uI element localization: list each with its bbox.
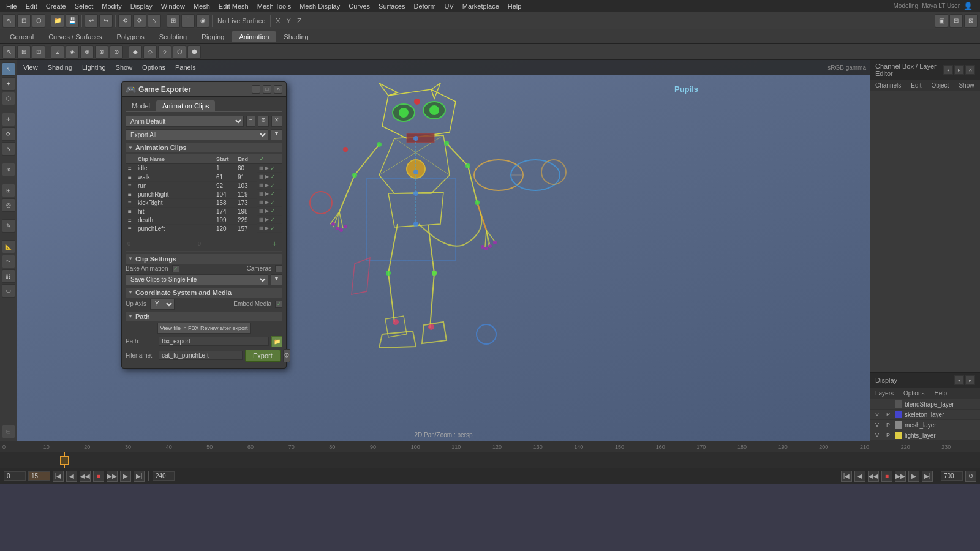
layer-vis-lights_layer[interactable]: V [873,432,881,438]
clip-enabled[interactable]: ✓ [270,182,275,189]
ge-preset-opts[interactable]: ⚙ [258,116,269,127]
display-btn-2[interactable]: ▸ [965,375,975,385]
sculpt-btn[interactable]: ✦ [2,77,15,91]
menu-modify[interactable]: Modify [98,1,125,11]
tab-sculpting[interactable]: Sculpting [152,31,194,42]
ge-close-btn[interactable]: ✕ [274,85,282,94]
clip-play-btn[interactable]: ▶ [265,208,269,214]
vp-options-menu[interactable]: Options [140,62,168,72]
clip-row-kickRight[interactable]: ≡ kickRight 158 173 ▦ ▶ ✓ [126,198,282,207]
rp-collapse-btn[interactable]: ◂ [943,65,953,75]
view-btn3[interactable]: ⊠ [964,14,978,28]
menu-deform[interactable]: Deform [410,1,439,11]
motion-path-btn[interactable]: 〜 [2,255,15,268]
ge-coord-section[interactable]: ▼ Coordinate System and Media [126,288,282,298]
ge-view-fbx-btn[interactable]: View file in FBX Review after export [157,323,251,334]
clip-row-punchRight[interactable]: ≡ punchRight 104 119 ▦ ▶ ✓ [126,190,282,198]
clip-play-btn[interactable]: ▶ [265,200,269,205]
menu-uv[interactable]: UV [441,1,458,11]
clip-play-btn[interactable]: ▶ [265,191,269,197]
ge-up-axis-select[interactable]: Y [150,299,175,310]
stop-btn[interactable]: ■ [93,471,104,482]
clip-play-btn[interactable]: ▶ [265,217,269,222]
ge-filename-input[interactable] [159,351,243,360]
clip-enabled[interactable]: ✓ [270,199,275,206]
layer-vis-skeleton_layer[interactable]: V [873,411,881,418]
tab-rigging[interactable]: Rigging [194,31,232,42]
clip-enabled[interactable]: ✓ [270,190,275,197]
constraint-btn-1[interactable]: ◆ [129,45,142,59]
clip-row-punchLeft[interactable]: ≡ punchLeft 120 157 ▦ ▶ ✓ [126,224,282,233]
constraint-btn-5[interactable]: ⬢ [187,45,201,59]
layer-p-mesh_layer[interactable]: P [884,422,892,428]
menu-marketplace[interactable]: Marketplace [459,1,503,11]
key-btn-4[interactable]: ⊗ [95,45,108,59]
ge-preset-select[interactable]: Anim Default [126,116,244,127]
channel-tab-show[interactable]: Show [954,80,979,91]
vp-shading-menu[interactable]: Shading [45,62,75,72]
ge-save-clips-arrow[interactable]: ▼ [271,274,282,285]
scale-btn[interactable]: ⤡ [2,142,15,156]
constraint-btn-3[interactable]: ◊ [158,45,172,59]
playback-end-field[interactable] [941,471,963,481]
key-btn-2[interactable]: ◈ [66,45,79,59]
clip-enabled[interactable]: ✓ [270,173,275,180]
tab-shading[interactable]: Shading [276,31,315,42]
key-btn-5[interactable]: ⊙ [110,45,123,59]
menu-edit-mesh[interactable]: Edit Mesh [215,1,252,11]
loop-btn[interactable]: ↺ [965,471,976,482]
menu-help[interactable]: Help [504,1,526,11]
channel-tab-edit[interactable]: Edit [906,80,926,91]
quick-layout-btn[interactable]: ⊟ [2,425,15,438]
rp-expand-btn[interactable]: ▸ [954,65,964,75]
measure-btn[interactable]: 📐 [2,240,15,253]
redo[interactable]: ↪ [99,14,113,28]
layer-p-lights_layer[interactable]: P [884,432,892,438]
constraint-btn-4[interactable]: ⬡ [173,45,186,59]
display-tab-help[interactable]: Help [929,388,952,399]
snap-btn[interactable]: ⊞ [2,184,15,197]
clip-enabled[interactable]: ✓ [270,216,275,223]
anim-btn-1[interactable]: ↖ [2,45,16,59]
paint-tool[interactable]: ⬡ [32,14,45,28]
key-btn-3[interactable]: ⊕ [80,45,94,59]
scale-tool[interactable]: ⤡ [148,14,161,28]
constraint-btn-2[interactable]: ◇ [143,45,157,59]
clip-play-btn[interactable]: ▶ [265,165,269,171]
ge-maximize-btn[interactable]: □ [263,85,271,94]
tab-general[interactable]: General [2,31,41,42]
soft-mod-btn[interactable]: ◎ [2,198,15,212]
ik-btn[interactable]: ⛓ [2,269,15,283]
ge-export-btn[interactable]: Export [245,350,281,362]
menu-create[interactable]: Create [42,1,70,11]
clip-play-btn[interactable]: ▶ [265,174,269,179]
channel-tab-channels[interactable]: Channels [870,80,906,91]
tab-curves[interactable]: Curves / Surfaces [41,31,109,42]
ge-minimize-btn[interactable]: − [252,85,260,94]
ge-preset-del[interactable]: ✕ [271,116,282,127]
viewport-3d[interactable]: View Shading Lighting Show Options Panel… [17,60,870,441]
menu-mesh-tools[interactable]: Mesh Tools [254,1,295,11]
rp-stop-btn[interactable]: ■ [881,471,892,482]
display-tab-options[interactable]: Options [899,388,929,399]
menu-mesh[interactable]: Mesh [190,1,214,11]
menu-curves[interactable]: Curves [345,1,374,11]
ge-clip-settings-section[interactable]: ▼ Clip Settings [126,254,282,264]
go-end-btn[interactable]: ▶| [134,471,145,482]
anim-btn-2[interactable]: ⊞ [17,45,31,59]
end-frame-field[interactable] [153,471,175,481]
ge-export-arrow[interactable]: ▼ [271,129,282,140]
ge-clips-table-container[interactable]: Clip Name Start End ✓ ≡ idle 1 60 ▦ [126,154,282,252]
snap-point[interactable]: ◉ [196,14,209,28]
anim-btn-3[interactable]: ⊡ [32,45,45,59]
rp-play-btn[interactable]: ▶▶ [895,471,906,482]
vp-view-menu[interactable]: View [21,62,40,72]
clip-enabled[interactable]: ✓ [270,208,275,214]
menu-select[interactable]: Select [71,1,97,11]
layer-row-skeleton_layer[interactable]: V P skeleton_layer [870,410,980,420]
move-btn[interactable]: ✛ [2,113,15,126]
layer-row-mesh_layer[interactable]: V P mesh_layer [870,420,980,430]
open-scene[interactable]: 📁 [51,14,64,28]
annotate-btn[interactable]: ✎ [2,219,15,233]
vp-show-menu[interactable]: Show [113,62,135,72]
